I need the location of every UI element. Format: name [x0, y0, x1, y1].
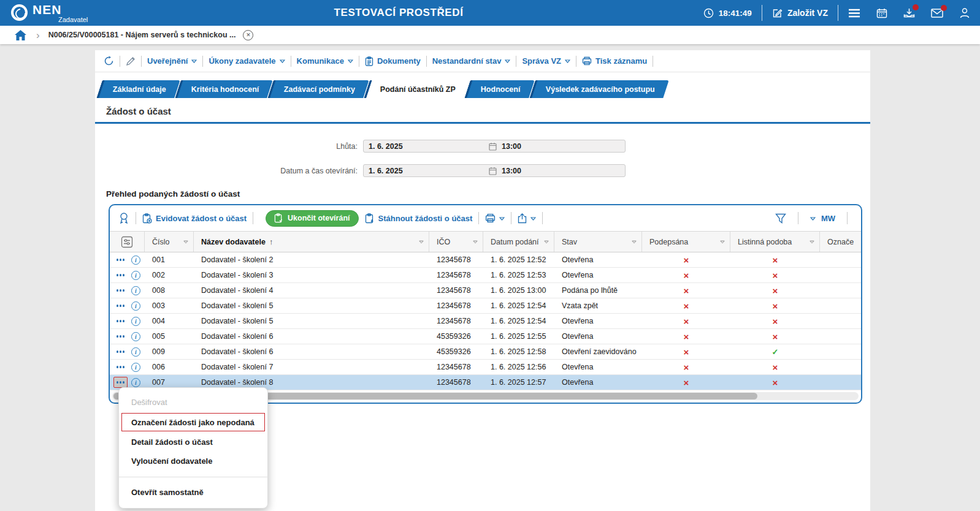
cell-nazev-dodavatele: Dodavatel - školení 3 [194, 271, 429, 279]
deadline-form: Lhůta: 1. 6. 2025 13:00 Datum a čas otev… [95, 140, 870, 177]
chevron-down-icon [280, 59, 285, 63]
home-icon[interactable] [15, 30, 26, 40]
row-menu-button[interactable] [113, 377, 128, 388]
evidovat-zadost-button[interactable]: Evidovat žádost o účast [142, 213, 247, 224]
messages-envelope-icon[interactable] [931, 9, 943, 18]
cross-icon: × [773, 255, 778, 265]
tab-vysledek-zadavaciho-postupu[interactable]: Výsledek zadávacího postupu [529, 80, 668, 98]
row-menu-button[interactable] [113, 331, 128, 342]
row-menu-button[interactable] [113, 285, 128, 296]
toolbar-item-sprava-vz[interactable]: Správa VZ [522, 56, 570, 66]
column-header-podepsana[interactable]: Podepsána [642, 232, 730, 252]
filter-caret-icon[interactable] [544, 240, 549, 244]
table-row[interactable]: i 008 Dodavatel - školení 4 12345678 1. … [110, 283, 861, 298]
refresh-icon[interactable] [104, 56, 114, 66]
column-header-stav[interactable]: Stav [554, 232, 642, 252]
column-header-oznaceni[interactable]: Označe [820, 232, 860, 252]
table-row[interactable]: i 002 Dodavatel - školení 3 12345678 1. … [110, 268, 861, 283]
info-icon[interactable]: i [131, 301, 140, 311]
tab-podani-ucastniku-zp[interactable]: Podání účastníků ZP [364, 80, 470, 98]
calendar-icon[interactable] [876, 8, 887, 18]
tab-kriteria-hodnoceni[interactable]: Kritéria hodnocení [175, 80, 273, 98]
print-grid-button[interactable] [485, 213, 505, 223]
info-icon[interactable]: i [131, 271, 140, 280]
table-row[interactable]: i 006 Dodavatel - školení 7 12345678 1. … [110, 360, 861, 375]
column-header-cislo[interactable]: Číslo [145, 232, 194, 252]
filter-caret-icon[interactable] [810, 240, 814, 244]
create-vz-label: Založit VZ [787, 8, 828, 18]
tab-zadavaci-podminky[interactable]: Zadávací podmínky [268, 80, 369, 98]
tab-zakladni-udaje[interactable]: Základní údaje [96, 80, 180, 98]
context-menu-item[interactable]: Vyloučení dodavatele [119, 452, 267, 471]
user-profile-icon[interactable] [959, 7, 970, 18]
divider [762, 5, 762, 21]
toolbar-item-tisk-zaznamu[interactable]: Tisk záznamu [582, 56, 647, 66]
context-menu-item[interactable]: Otevřít samostatně [119, 483, 267, 502]
breadcrumb-item[interactable]: N006/25/V00005181 - Nájem serverů s tech… [48, 31, 236, 39]
row-menu-button[interactable] [113, 316, 128, 327]
table-title: Přehled podaných žádostí o účast [106, 189, 870, 199]
chevron-down-icon [530, 217, 536, 221]
table-row[interactable]: i 009 Dodavatel - školení 6 45359326 1. … [110, 344, 861, 360]
create-vz-button[interactable]: Založit VZ [772, 8, 828, 18]
view-mw-toggle[interactable]: MW [821, 214, 835, 223]
ukoncit-oteviranie-button[interactable]: Ukončit otevírání [266, 210, 358, 227]
filter-caret-icon[interactable] [183, 240, 188, 244]
downloads-tray-icon[interactable] [903, 8, 915, 18]
cell-datum-podani: 1. 6. 2025 12:55 [483, 332, 554, 341]
filter-caret-icon[interactable] [720, 240, 725, 244]
filter-caret-icon[interactable] [632, 240, 637, 244]
column-header-datum-podani[interactable]: Datum podání [483, 232, 554, 252]
tab-hodnoceni[interactable]: Hodnocení [465, 80, 535, 98]
filter-caret-icon[interactable] [419, 240, 424, 244]
column-header-ico[interactable]: IČO [429, 232, 483, 252]
column-label: Číslo [152, 238, 183, 246]
row-menu-button[interactable] [113, 270, 128, 281]
info-icon[interactable]: i [131, 286, 140, 295]
toolbar-item-komunikace[interactable]: Komunikace [297, 56, 353, 66]
nen-logo[interactable]: NEN Zadavatel [11, 3, 88, 23]
toolbar-item-ukony-zadavatele[interactable]: Úkony zadavatele [209, 56, 285, 66]
table-row[interactable]: i 003 Dodavatel - školení 5 12345678 1. … [110, 298, 861, 314]
info-icon[interactable]: i [131, 378, 140, 387]
row-menu-button[interactable] [113, 361, 128, 373]
info-icon[interactable]: i [131, 332, 140, 341]
filter-funnel-icon[interactable] [775, 213, 786, 224]
row-menu-button[interactable] [113, 346, 128, 357]
column-header-nazev-dodavatele[interactable]: Název dodavatele ↑ [194, 232, 429, 252]
row-actions: i [110, 285, 145, 296]
divider [253, 212, 253, 224]
menu-hamburger-icon[interactable] [848, 9, 860, 18]
stahnout-zadosti-button[interactable]: Stáhnout žádosti o účast [365, 213, 473, 224]
column-settings-icon[interactable] [110, 232, 145, 252]
cell-datum-podani: 1. 6. 2025 12:58 [483, 347, 554, 356]
pencil-icon[interactable] [126, 56, 136, 66]
table-row[interactable]: i 005 Dodavatel - školení 6 45359326 1. … [110, 329, 861, 344]
info-icon[interactable]: i [131, 347, 140, 357]
cell-nazev-dodavatele: Dodavatel - školení 7 [194, 363, 429, 371]
toolbar-item-nestandardni-stav[interactable]: Nestandardní stav [432, 56, 511, 66]
table-row[interactable]: i 004 Dodavatel - školení 5 12345678 1. … [110, 314, 861, 329]
filter-caret-icon[interactable] [473, 240, 478, 244]
export-button[interactable] [518, 213, 536, 224]
info-icon[interactable]: i [131, 363, 140, 372]
context-menu-item[interactable]: Označení žádosti jako nepodaná [121, 413, 265, 431]
oteviranie-datetime-field[interactable]: 1. 6. 2025 13:00 [363, 164, 626, 177]
tab-label: Základní údaje [113, 85, 166, 94]
info-icon[interactable]: i [131, 255, 140, 265]
table-row[interactable]: i 001 Dodavatel - školení 2 12345678 1. … [110, 252, 861, 268]
chevron-down-icon[interactable] [810, 217, 816, 221]
toolbar-item-dokumenty[interactable]: Dokumenty [365, 56, 421, 66]
calendar-icon[interactable] [489, 167, 497, 175]
award-ribbon-icon[interactable] [118, 212, 129, 224]
column-header-listinna-podoba[interactable]: Listinná podoba [730, 232, 820, 252]
row-menu-button[interactable] [113, 254, 128, 265]
row-menu-button[interactable] [113, 300, 128, 311]
breadcrumb-close-icon[interactable]: ✕ [243, 30, 253, 40]
toolbar-item-uverejneni[interactable]: Uveřejnění [147, 56, 197, 66]
context-menu-item[interactable]: Detail žádosti o účast [119, 433, 267, 452]
info-icon[interactable]: i [131, 317, 140, 326]
calendar-icon[interactable] [489, 142, 497, 151]
divider [141, 56, 142, 67]
lhuta-datetime-field[interactable]: 1. 6. 2025 13:00 [363, 140, 626, 153]
